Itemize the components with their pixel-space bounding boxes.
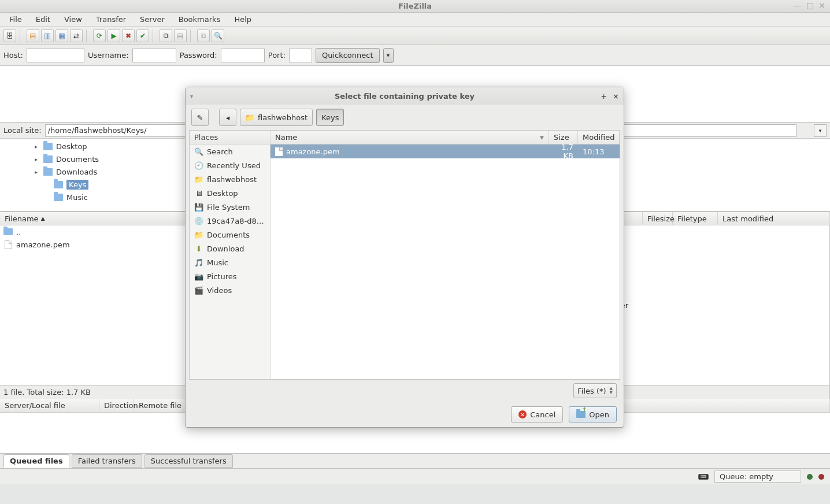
tree-label: Documents bbox=[56, 155, 99, 164]
process-queue-icon[interactable]: ▶ bbox=[108, 29, 120, 42]
host-input[interactable] bbox=[27, 49, 84, 62]
col-filetype[interactable]: Filetype bbox=[673, 212, 718, 225]
path-segment-keys[interactable]: Keys bbox=[316, 109, 344, 126]
search-icon[interactable]: 🔍 bbox=[212, 29, 224, 42]
queue-tabs: Queued files Failed transfers Successful… bbox=[0, 453, 830, 468]
cancel-button[interactable]: ✕Cancel bbox=[511, 406, 563, 423]
menu-transfer[interactable]: Transfer bbox=[89, 13, 133, 25]
sync-browse-icon[interactable]: ⇄ bbox=[70, 29, 83, 42]
open-folder-icon bbox=[576, 411, 586, 418]
dialog-maximize-icon[interactable]: + bbox=[601, 92, 607, 101]
refresh-icon[interactable]: ⟳ bbox=[93, 29, 106, 42]
dialog-body: Places 🔍Search 🕘Recently Used 📁flashwebh… bbox=[189, 130, 620, 380]
dialog-filter-row: Files (*) ▲▼ bbox=[186, 380, 624, 402]
expand-icon[interactable]: ▸ bbox=[35, 156, 40, 162]
folder-icon bbox=[43, 143, 53, 150]
sitemanager-icon[interactable]: 🗄 bbox=[3, 29, 16, 42]
tree-label: Desktop bbox=[56, 142, 87, 151]
music-icon: 🎵 bbox=[194, 258, 203, 267]
place-home[interactable]: 📁flashwebhost bbox=[190, 172, 270, 186]
place-filesystem[interactable]: 💾File System bbox=[190, 200, 270, 214]
path-segment-home[interactable]: 📁flashwebhost bbox=[240, 109, 313, 126]
status-indicator-red bbox=[818, 474, 824, 480]
drive-icon: 💿 bbox=[194, 217, 203, 225]
filter-icon[interactable]: ▤ bbox=[174, 29, 187, 42]
close-icon[interactable]: × bbox=[818, 1, 825, 9]
place-music[interactable]: 🎵Music bbox=[190, 255, 270, 269]
minimize-icon[interactable]: — bbox=[794, 1, 802, 9]
col-name[interactable]: Name▼ bbox=[271, 131, 549, 144]
sort-desc-icon: ▼ bbox=[540, 135, 544, 140]
back-icon: ◂ bbox=[226, 113, 230, 122]
username-label: Username: bbox=[88, 51, 129, 60]
place-desktop[interactable]: 🖥Desktop bbox=[190, 186, 270, 200]
menubar: File Edit View Transfer Server Bookmarks… bbox=[0, 13, 830, 27]
menu-file[interactable]: File bbox=[2, 13, 29, 25]
folder-icon bbox=[54, 181, 63, 188]
back-button[interactable]: ◂ bbox=[219, 109, 236, 126]
dialog-title: Select file containing private key bbox=[335, 92, 475, 101]
password-input[interactable] bbox=[221, 49, 265, 62]
keyboard-icon: ⌨ bbox=[698, 474, 709, 480]
pencil-icon: ✎ bbox=[197, 113, 203, 122]
documents-icon: 📁 bbox=[194, 231, 203, 239]
tree-label: Music bbox=[66, 193, 88, 202]
compare-icon[interactable]: ⧉ bbox=[197, 29, 210, 42]
tab-queued[interactable]: Queued files bbox=[3, 454, 69, 468]
menu-server[interactable]: Server bbox=[133, 13, 172, 25]
tab-failed[interactable]: Failed transfers bbox=[72, 454, 142, 468]
port-input[interactable] bbox=[289, 49, 312, 62]
menu-bookmarks[interactable]: Bookmarks bbox=[172, 13, 228, 25]
col-size[interactable]: Size bbox=[549, 131, 578, 144]
col-filesize[interactable]: Filesize bbox=[643, 212, 673, 225]
reconnect-icon[interactable]: ⧉ bbox=[160, 29, 172, 42]
places-sidebar: Places 🔍Search 🕘Recently Used 📁flashwebh… bbox=[190, 131, 271, 379]
username-input[interactable] bbox=[132, 49, 176, 62]
menu-view[interactable]: View bbox=[57, 13, 89, 25]
col-modified[interactable]: Modified bbox=[578, 131, 620, 144]
file-chooser-dialog: ▾ Select file containing private key +× … bbox=[185, 87, 624, 428]
dialog-titlebar[interactable]: ▾ Select file containing private key +× bbox=[186, 87, 624, 105]
dialog-close-icon[interactable]: × bbox=[613, 92, 619, 101]
home-icon: 📁 bbox=[194, 175, 203, 184]
dialog-file-list[interactable]: Name▼ Size Modified amazone.pem 1.7 KB 1… bbox=[271, 131, 620, 379]
edit-path-button[interactable]: ✎ bbox=[191, 109, 209, 126]
open-button[interactable]: Open bbox=[569, 406, 617, 423]
quickconnect-bar: Host: Username: Password: Port: Quickcon… bbox=[0, 45, 830, 66]
toggle-queue-icon[interactable]: ▦ bbox=[55, 29, 68, 42]
col-direction[interactable]: Direction bbox=[99, 399, 134, 412]
toggle-log-icon[interactable]: ▤ bbox=[27, 29, 39, 42]
expand-icon[interactable]: ▸ bbox=[35, 143, 40, 150]
toolbar: 🗄 ▤ ▥ ▦ ⇄ ⟳ ▶ ✖ ✔ ⧉ ▤ ⧉ 🔍 bbox=[0, 27, 830, 45]
host-label: Host: bbox=[3, 51, 23, 60]
spinner-down-icon[interactable]: ▼ bbox=[610, 391, 613, 395]
place-recent[interactable]: 🕘Recently Used bbox=[190, 158, 270, 172]
window-titlebar: FileZilla — □ × bbox=[0, 0, 830, 13]
disconnect-icon[interactable]: ✔ bbox=[136, 29, 149, 42]
toggle-tree-icon[interactable]: ▥ bbox=[41, 29, 54, 42]
place-volume[interactable]: 💿19ca47a8-d894-44… bbox=[190, 214, 270, 228]
pictures-icon: 📷 bbox=[194, 272, 203, 281]
place-search[interactable]: 🔍Search bbox=[190, 144, 270, 158]
place-videos[interactable]: 🎬Videos bbox=[190, 283, 270, 297]
menu-edit[interactable]: Edit bbox=[29, 13, 57, 25]
place-download[interactable]: ⬇Download bbox=[190, 242, 270, 255]
dialog-menu-icon[interactable]: ▾ bbox=[190, 93, 193, 99]
filetype-filter[interactable]: Files (*) ▲▼ bbox=[573, 383, 617, 398]
file-name: amazone.pem bbox=[16, 240, 70, 249]
place-pictures[interactable]: 📷Pictures bbox=[190, 269, 270, 283]
cancel-icon[interactable]: ✖ bbox=[122, 29, 135, 42]
col-server-local[interactable]: Server/Local file bbox=[0, 399, 99, 412]
menu-help[interactable]: Help bbox=[227, 13, 258, 25]
place-documents[interactable]: 📁Documents bbox=[190, 228, 270, 242]
expand-icon[interactable]: ▸ bbox=[35, 169, 40, 175]
download-icon: ⬇ bbox=[194, 244, 203, 253]
folder-icon bbox=[54, 194, 63, 201]
quickconnect-dropdown[interactable]: ▾ bbox=[383, 48, 394, 63]
local-site-dropdown[interactable]: ▾ bbox=[814, 124, 827, 137]
col-modified[interactable]: Last modified bbox=[718, 212, 830, 225]
tab-successful[interactable]: Successful transfers bbox=[144, 454, 233, 468]
maximize-icon[interactable]: □ bbox=[806, 1, 814, 9]
file-row[interactable]: amazone.pem 1.7 KB 10:13 bbox=[271, 144, 620, 158]
quickconnect-button[interactable]: Quickconnect bbox=[316, 48, 380, 63]
